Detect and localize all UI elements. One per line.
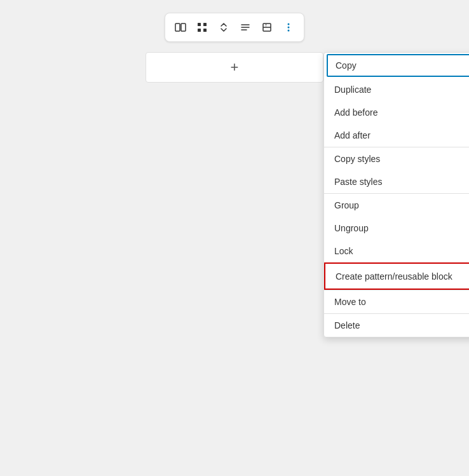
menu-item-lock-label: Lock — [334, 246, 353, 256]
menu-item-create-pattern[interactable]: Create pattern/reusable block ◇ — [324, 262, 469, 290]
context-menu: Copy Duplicate ⇧⌘D Add before ⌥⌘T Add af… — [323, 52, 469, 337]
menu-item-delete[interactable]: Delete ^⌥Z — [324, 314, 469, 337]
menu-item-add-after[interactable]: Add after ⌥⌘Y — [324, 124, 469, 147]
menu-item-copy[interactable]: Copy — [327, 54, 469, 77]
menu-item-ungroup[interactable]: Ungroup — [324, 217, 469, 240]
grid-button[interactable] — [192, 17, 212, 37]
menu-item-create-pattern-label: Create pattern/reusable block — [336, 271, 452, 282]
more-options-button[interactable] — [278, 17, 299, 37]
transform-button[interactable]: T — [257, 17, 277, 37]
menu-section-2: Copy styles Paste styles — [324, 147, 469, 193]
menu-section-1: Copy Duplicate ⇧⌘D Add before ⌥⌘T Add af… — [324, 54, 469, 147]
svg-rect-4 — [198, 29, 201, 32]
add-block-label: + — [231, 59, 239, 76]
menu-item-add-after-label: Add after — [334, 130, 370, 140]
menu-section-3: Group Ungroup Lock 🔒 Create pattern/reus… — [324, 193, 469, 290]
transform-icon: T — [262, 22, 272, 32]
page-container: T + Copy Duplicate ⇧⌘D — [0, 0, 469, 476]
menu-item-copy-label: Copy — [336, 60, 357, 71]
menu-item-delete-label: Delete — [334, 320, 360, 330]
svg-point-14 — [288, 30, 290, 32]
menu-item-paste-styles-label: Paste styles — [334, 177, 382, 187]
arrows-button[interactable] — [214, 17, 234, 37]
align-button[interactable] — [235, 17, 255, 37]
menu-item-add-before[interactable]: Add before ⌥⌘T — [324, 101, 469, 124]
svg-rect-3 — [203, 23, 207, 26]
svg-rect-5 — [203, 29, 207, 32]
add-block-button[interactable]: + — [146, 52, 323, 83]
menu-section-4: Move to — [324, 290, 469, 313]
menu-item-group[interactable]: Group — [324, 194, 469, 217]
align-icon — [240, 22, 250, 32]
svg-text:T: T — [265, 24, 267, 27]
menu-item-paste-styles[interactable]: Paste styles — [324, 170, 469, 193]
menu-item-lock[interactable]: Lock 🔒 — [324, 240, 469, 262]
svg-rect-0 — [175, 24, 180, 31]
svg-point-13 — [288, 27, 290, 29]
menu-item-copy-styles-label: Copy styles — [334, 154, 380, 164]
columns-button[interactable] — [170, 17, 191, 37]
menu-item-move-to-label: Move to — [334, 297, 366, 307]
more-options-icon — [283, 22, 294, 32]
toolbar: T — [165, 13, 304, 42]
menu-item-add-before-label: Add before — [334, 107, 378, 118]
menu-item-move-to[interactable]: Move to — [324, 290, 469, 313]
svg-point-12 — [288, 24, 290, 25]
columns-icon — [175, 22, 186, 33]
menu-section-5: Delete ^⌥Z — [324, 313, 469, 337]
menu-item-duplicate-label: Duplicate — [334, 85, 371, 95]
arrows-icon — [219, 22, 229, 32]
menu-item-duplicate[interactable]: Duplicate ⇧⌘D — [324, 78, 469, 101]
menu-item-copy-styles[interactable]: Copy styles — [324, 147, 469, 170]
menu-item-ungroup-label: Ungroup — [334, 223, 369, 233]
svg-rect-1 — [181, 24, 186, 31]
block-area: + Copy Duplicate ⇧⌘D Add before ⌥⌘T Add … — [146, 52, 323, 83]
grid-icon — [197, 22, 207, 32]
svg-rect-2 — [198, 23, 201, 26]
menu-item-group-label: Group — [334, 200, 359, 210]
